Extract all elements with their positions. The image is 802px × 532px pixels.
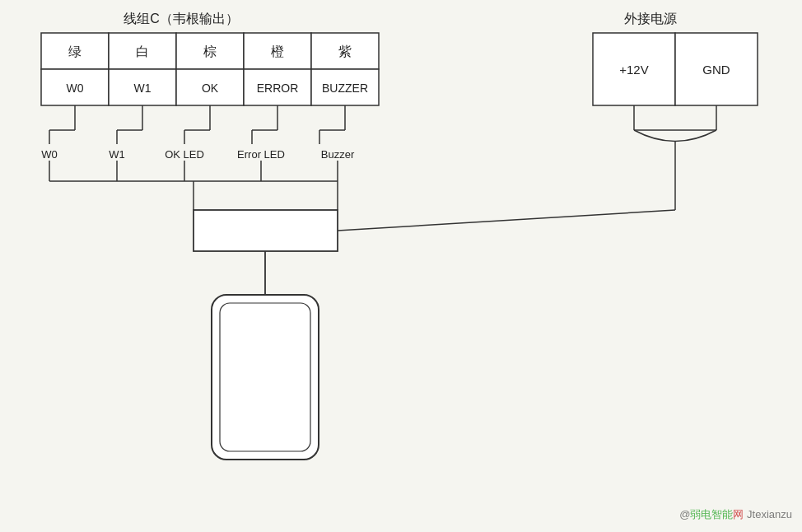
svg-text:紫: 紫 — [338, 44, 352, 58]
svg-text:W0: W0 — [67, 82, 84, 95]
svg-text:白: 白 — [136, 44, 149, 58]
svg-rect-49 — [194, 210, 338, 251]
svg-text:+12V: +12V — [619, 63, 648, 77]
watermark-text-red: 网 — [733, 508, 744, 520]
watermark: @弱电智能网 Jtexianzu — [679, 507, 792, 522]
svg-text:绿: 绿 — [68, 44, 82, 58]
svg-text:W0: W0 — [41, 148, 58, 161]
svg-text:OK: OK — [202, 82, 219, 95]
svg-text:W1: W1 — [134, 82, 152, 95]
svg-text:Error LED: Error LED — [237, 148, 285, 161]
svg-text:橙: 橙 — [271, 44, 284, 58]
svg-text:W1: W1 — [109, 148, 125, 161]
watermark-text-green: 弱电智能 — [690, 508, 733, 520]
svg-text:OK LED: OK LED — [165, 148, 204, 161]
right-title: 外接电源 — [624, 12, 677, 26]
svg-text:BUZZER: BUZZER — [322, 82, 368, 95]
svg-text:Buzzer: Buzzer — [321, 148, 355, 161]
left-title: 线组C（韦根输出） — [124, 12, 239, 26]
diagram-container: 线组C（韦根输出） 外接电源 绿 白 棕 橙 紫 W0 W1 OK ERROR … — [0, 0, 802, 532]
svg-text:ERROR: ERROR — [257, 82, 299, 95]
svg-text:棕: 棕 — [203, 44, 217, 58]
svg-text:GND: GND — [702, 63, 730, 77]
svg-rect-60 — [212, 295, 319, 460]
